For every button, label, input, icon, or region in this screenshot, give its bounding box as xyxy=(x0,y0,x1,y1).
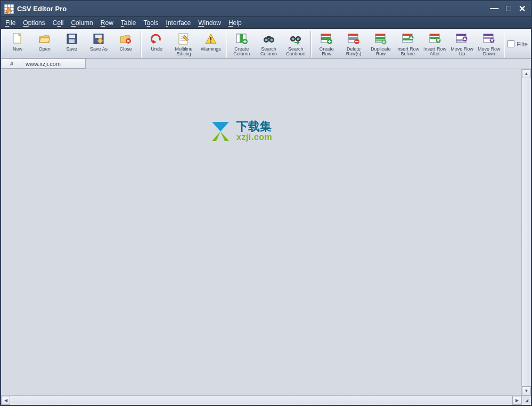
menu-cell[interactable]: Cell xyxy=(53,19,64,27)
move-row-down-button[interactable]: Move Row Down xyxy=(476,30,502,58)
saveas-button[interactable]: Save As xyxy=(86,30,112,58)
multiline-icon xyxy=(177,32,190,45)
open-folder-icon xyxy=(38,32,51,45)
grid-workspace: 下载集 xzji.com ▲ ▼ ◀ ▶ ◢ xyxy=(1,69,531,405)
minimize-button[interactable]: — xyxy=(490,4,498,14)
watermark-line1: 下载集 xyxy=(236,121,272,132)
insert-row-after-button[interactable]: Insert Row After xyxy=(422,30,448,58)
svg-point-29 xyxy=(297,37,300,40)
insert-row-before-button[interactable]: Insert Row Before xyxy=(395,30,421,58)
separator xyxy=(504,31,505,57)
delete-row-button[interactable]: Delete Row(s) xyxy=(340,30,367,58)
svg-rect-56 xyxy=(484,34,493,36)
search-continue-button[interactable]: Search Continue xyxy=(282,30,309,58)
move-row-up-button[interactable]: Move Row Up xyxy=(449,30,476,58)
svg-rect-31 xyxy=(321,34,331,36)
create-row-icon xyxy=(320,32,333,45)
titlebar: CSV Editor Pro — □ ✕ xyxy=(1,1,531,17)
watermark: 下载集 xzji.com xyxy=(209,120,272,143)
menu-file[interactable]: File xyxy=(5,19,15,27)
svg-rect-8 xyxy=(69,39,75,43)
filter-checkbox[interactable] xyxy=(508,40,514,47)
svg-rect-16 xyxy=(210,37,211,40)
duplicate-row-icon xyxy=(374,32,387,45)
insert-before-icon xyxy=(402,32,414,45)
svg-rect-35 xyxy=(348,34,358,36)
new-file-icon xyxy=(11,32,24,45)
maximize-button[interactable]: □ xyxy=(506,4,511,14)
menu-help[interactable]: Help xyxy=(228,19,242,27)
binoculars-continue-icon xyxy=(289,32,302,45)
filter-label: Filte xyxy=(517,41,528,47)
menu-column[interactable]: Column xyxy=(71,19,93,27)
delete-row-icon xyxy=(347,32,360,45)
svg-point-23 xyxy=(265,38,267,41)
svg-point-24 xyxy=(270,38,273,41)
horizontal-scrollbar[interactable]: ◀ ▶ xyxy=(1,395,521,405)
insert-after-icon xyxy=(429,32,441,45)
toolbar: New Open Save Save As Close Undo Multili… xyxy=(1,29,531,59)
create-column-button[interactable]: Create Column xyxy=(228,30,255,58)
move-down-icon xyxy=(482,32,495,45)
saveas-icon xyxy=(92,32,105,45)
duplicate-row-button[interactable]: Duplicate Row xyxy=(367,30,394,58)
svg-rect-10 xyxy=(95,35,102,38)
app-icon xyxy=(4,4,14,14)
warnings-button[interactable]: Warnings xyxy=(198,30,224,58)
move-up-icon xyxy=(455,32,468,45)
binoculars-icon xyxy=(263,32,275,45)
svg-rect-52 xyxy=(456,34,466,36)
svg-rect-40 xyxy=(375,37,385,39)
scroll-corner: ◢ xyxy=(521,395,531,405)
multiline-button[interactable]: Multiline Editing xyxy=(170,30,197,58)
watermark-line2: xzji.com xyxy=(236,132,272,142)
svg-rect-25 xyxy=(267,36,271,38)
svg-rect-17 xyxy=(210,42,211,43)
menu-options[interactable]: Options xyxy=(23,19,45,27)
open-button[interactable]: Open xyxy=(31,30,58,58)
scroll-up-icon[interactable]: ▲ xyxy=(522,69,531,78)
separator xyxy=(141,31,142,57)
warning-icon xyxy=(204,32,217,45)
vertical-scrollbar[interactable]: ▲ ▼ xyxy=(521,69,531,395)
menu-interface[interactable]: Interface xyxy=(166,19,191,27)
create-row-button[interactable]: Create Row xyxy=(313,30,340,58)
save-icon xyxy=(66,32,78,45)
scroll-track[interactable] xyxy=(10,396,512,405)
menu-table[interactable]: Table xyxy=(121,19,136,27)
menu-window[interactable]: Window xyxy=(198,19,221,27)
close-button[interactable]: ✕ xyxy=(519,4,526,14)
undo-button[interactable]: Undo xyxy=(143,30,170,58)
grid-header: # www.xzji.com xyxy=(1,59,531,69)
svg-point-28 xyxy=(292,37,294,40)
separator xyxy=(310,31,312,57)
svg-rect-39 xyxy=(375,34,385,36)
menu-tools[interactable]: Tools xyxy=(144,19,159,27)
svg-rect-7 xyxy=(69,35,75,38)
new-button[interactable]: New xyxy=(4,30,31,58)
column-header-1[interactable]: www.xzji.com xyxy=(22,59,86,69)
menu-row[interactable]: Row xyxy=(101,19,113,27)
close-file-button[interactable]: Close xyxy=(112,30,139,58)
close-folder-icon xyxy=(119,32,132,45)
scroll-track[interactable] xyxy=(522,78,531,386)
scroll-left-icon[interactable]: ◀ xyxy=(1,396,10,405)
separator xyxy=(226,31,227,57)
scroll-down-icon[interactable]: ▼ xyxy=(522,386,531,395)
create-column-icon xyxy=(235,32,248,45)
save-button[interactable]: Save xyxy=(59,30,85,58)
window-title: CSV Editor Pro xyxy=(17,5,67,13)
menubar: File Options Cell Column Row Table Tools… xyxy=(1,17,531,29)
row-number-header[interactable]: # xyxy=(1,59,22,69)
scroll-right-icon[interactable]: ▶ xyxy=(512,396,521,405)
search-column-button[interactable]: Search Column xyxy=(256,30,282,58)
watermark-icon xyxy=(209,120,232,143)
undo-icon xyxy=(150,32,163,45)
svg-rect-48 xyxy=(430,34,439,36)
